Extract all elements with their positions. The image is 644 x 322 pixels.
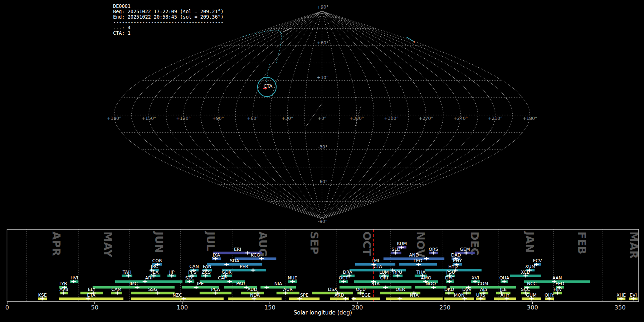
map-longitude-label: +180° (107, 116, 122, 121)
shower-label-GEM: GEM (460, 247, 470, 252)
shower-label-IMC: IMC (130, 281, 138, 286)
begin-time: Beg: 20251022 17:22:09 (sol = 209.21°) (113, 9, 224, 14)
shower-label-OCU: OCU (356, 287, 366, 292)
shower-label-AUR: AUR (283, 287, 293, 292)
month-label: OCT (361, 231, 373, 256)
shower-label-DSX: DSX (328, 287, 338, 292)
x-tick-label: 200 (352, 304, 363, 311)
shower-label-MON: MON (454, 292, 464, 298)
shower-label-THA: THA (416, 269, 426, 275)
radiant-map-and-activity-plot: +180°+150°+120°+90°+60°+30°+0°+330°+300°… (0, 0, 644, 322)
shower-label-DPC: DPC (445, 275, 454, 280)
x-tick-label: 50 (91, 304, 98, 311)
x-tick-label: 150 (264, 304, 275, 311)
month-label: MAR (628, 231, 640, 259)
shower-label-ARI: ARI (145, 275, 152, 280)
shower-label-NUE: NUE (288, 275, 297, 280)
shower-label-NZC: NZC (172, 292, 182, 298)
shower-label-DAD: DAD (451, 252, 461, 258)
shower-label-PER: PER (240, 264, 248, 269)
cta-radiant-label: CTA (264, 83, 273, 89)
shower-label-DSV: DSV (462, 287, 472, 292)
shower-label-XCB: XCB (521, 269, 530, 275)
map-longitude-label: +210° (488, 116, 503, 121)
shower-label-ERI: ERI (234, 247, 241, 252)
month-label: JUL (204, 231, 217, 251)
shower-label-DRA: DRA (343, 269, 352, 275)
x-tick-label: 350 (614, 304, 626, 311)
shower-bar-ETA (59, 298, 123, 300)
meteor-track-top (284, 28, 291, 31)
shower-label-SSG: SSG (148, 287, 157, 292)
month-label: JAN (523, 231, 536, 253)
shower-label-NTA: NTA (410, 292, 419, 298)
map-longitude-label: +0° (318, 116, 327, 121)
shower-label-NDA: NDA (250, 292, 260, 298)
shower-label-SPE: SPE (300, 292, 308, 298)
map-longitude-label: +150° (142, 116, 156, 121)
shower-bar-SSG (131, 292, 175, 294)
map-latitude-label: -60° (318, 179, 328, 184)
graticule-meridian (201, 11, 322, 219)
shower-label-SLD: SLD (392, 247, 401, 252)
shower-label-XUM: XUM (525, 264, 536, 269)
month-label: MAY (102, 231, 114, 258)
shower-label-IPE: IPE (197, 281, 204, 286)
cta-drift-path (242, 30, 282, 63)
separator: -------------------------------------- (113, 19, 224, 25)
shower-label-JRC: JRC (151, 264, 158, 269)
shower-label-FEV: FEV (553, 287, 562, 292)
shower-label-OCT: OCT (339, 275, 348, 280)
map-latitude-label: +90° (317, 4, 329, 10)
shower-label-CAM: CAM (111, 287, 121, 292)
shower-bar-AUR (277, 292, 299, 294)
shower-label-NIA: NIA (274, 281, 282, 286)
shower-bar-NTA (386, 298, 443, 300)
shower-bar-DSX (312, 292, 353, 294)
shower-label-SDA: SDA (230, 258, 239, 263)
shower-label-COR: COR (152, 258, 162, 263)
shower-label-OER: OER (396, 287, 405, 292)
map-longitude-label: +300° (384, 116, 399, 121)
shower-label-PAU: PAU (236, 281, 245, 286)
map-latitude-label: -30° (318, 144, 328, 150)
map-latitude-label: -90° (318, 219, 328, 224)
shower-label-JIP: JIP (169, 269, 175, 275)
shower-label-HYD: HYD (448, 264, 458, 269)
shower-label-ECV: ECV (533, 258, 542, 263)
shower-label-CTA: CTA (374, 264, 382, 269)
map-latitude-label: +60° (317, 40, 329, 45)
unidentified-count: ...: 4 (113, 25, 131, 30)
shower-label-OHY: OHY (545, 292, 554, 298)
x-axis-title: Solar longitude (deg) (293, 309, 352, 316)
station-id: DE0001 (113, 3, 131, 9)
shower-label-AMO: AMO (421, 275, 431, 280)
shower-label-DKD: DKD (444, 287, 454, 292)
shower-label-JLE: JLE (500, 287, 507, 292)
shower-label-RPU: RPU (393, 269, 402, 275)
shower-label-XVI: XVI (472, 275, 479, 280)
shower-label-GUM: GUM (526, 292, 537, 298)
shower-label-LUM: LUM (379, 269, 389, 275)
shower-label-FAN: FAN (203, 264, 211, 269)
shower-label-EVI: EVI (630, 292, 637, 298)
shower-label-CAN: CAN (189, 264, 199, 269)
month-label: SEP (308, 231, 321, 254)
shower-label-SCC: SCC (521, 287, 530, 292)
shower-label-EHY: EHY (453, 258, 462, 263)
shower-label-QUA: QUA (499, 275, 509, 280)
map-longitude-label: +30° (282, 116, 293, 121)
shower-bar-NZC (131, 298, 224, 300)
shower-label-AVB: AVB (59, 287, 68, 292)
shower-label-JXA: JXA (212, 252, 220, 258)
shower-bar-SDA (207, 263, 262, 266)
map-latitude-label: +30° (317, 75, 329, 80)
shower-label-NOO: NOO (425, 281, 436, 286)
shower-label-URS: URS (476, 292, 486, 298)
map-longitude-label: +120° (176, 116, 191, 121)
shower-bar-ORI (354, 280, 414, 283)
shower-label-ORS: ORS (429, 247, 438, 252)
shower-label-LEO: LEO (414, 258, 423, 263)
cta-count: CTA: 1 (113, 30, 131, 36)
shower-label-KSE: KSE (38, 292, 47, 298)
